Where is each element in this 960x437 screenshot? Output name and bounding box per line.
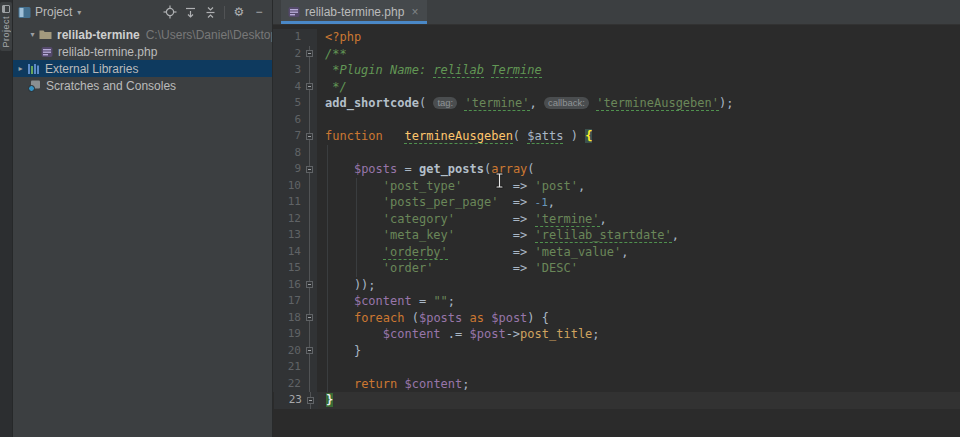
- fold-collapse-icon[interactable]: [306, 133, 313, 140]
- code-line-5[interactable]: 5add_shortcode( tag: 'termine', callback…: [273, 95, 960, 112]
- code-line-13[interactable]: 13 'meta_key' => 'relilab_startdate',: [273, 227, 960, 244]
- scratches-icon: [27, 79, 42, 92]
- fold-end-icon[interactable]: [306, 347, 313, 354]
- code-line-8[interactable]: 8: [273, 145, 960, 162]
- gutter: 4: [273, 79, 317, 96]
- code-text: return $content;: [317, 376, 960, 393]
- fold-column: [301, 29, 317, 46]
- fold-column: [301, 128, 317, 145]
- code-line-3[interactable]: 3 *Plugin Name: relilab Termine: [273, 62, 960, 79]
- code-line-2[interactable]: 2/**: [273, 46, 960, 63]
- fold-end-icon[interactable]: [307, 397, 314, 404]
- code-line-9[interactable]: 9 $posts = get_posts(array(: [273, 161, 960, 178]
- fold-end-icon[interactable]: [306, 83, 313, 90]
- fold-column: [301, 376, 317, 393]
- fold-end-icon[interactable]: [306, 281, 313, 288]
- tree-item-label: Scratches and Consoles: [46, 79, 176, 93]
- project-panel-header: Project ▾ ⚙: [13, 0, 272, 24]
- fold-collapse-icon[interactable]: [306, 314, 313, 321]
- gutter: 10: [273, 178, 317, 195]
- tree-item-relilab-termine[interactable]: ▾relilab-termineC:\Users\Daniel\Desktop\…: [13, 26, 272, 43]
- fold-column: [301, 293, 317, 310]
- fold-column: [301, 46, 317, 63]
- panel-title-caret-icon[interactable]: ▾: [77, 8, 81, 17]
- fold-column: [301, 326, 317, 343]
- code-line-7[interactable]: 7function termineAusgeben( $atts ) {: [273, 128, 960, 145]
- fold-column: [301, 178, 317, 195]
- project-tool-window-button[interactable]: Project: [0, 2, 12, 51]
- fold-column: [301, 95, 317, 112]
- line-number: 3: [273, 62, 301, 79]
- code-text: /**: [317, 46, 960, 63]
- line-number: 4: [273, 79, 301, 96]
- gutter: 1: [273, 29, 317, 46]
- folder-icon: [38, 28, 53, 41]
- gutter: 13: [273, 227, 317, 244]
- gutter: 19: [273, 326, 317, 343]
- code-line-4[interactable]: 4 */: [273, 79, 960, 96]
- code-line-16[interactable]: 16 ));: [273, 277, 960, 294]
- tree-item-label: relilab-termine.php: [58, 45, 157, 59]
- tree-item-external-libraries[interactable]: ▸External Libraries: [13, 60, 272, 77]
- chevron-right-icon[interactable]: ▸: [15, 64, 26, 73]
- code-text: 'posts_per_page' => -1,: [317, 194, 960, 211]
- php-file-icon: [288, 6, 300, 18]
- tree-item-label: relilab-termine: [57, 28, 140, 42]
- tree-item-scratches-and-consoles[interactable]: Scratches and Consoles: [13, 77, 272, 94]
- code-line-10[interactable]: 10 'post_type' => 'post',: [273, 178, 960, 195]
- editor-tab-bar: relilab-termine.php ×: [273, 0, 960, 25]
- locate-file-icon[interactable]: [162, 4, 178, 20]
- collapse-all-icon[interactable]: [202, 4, 218, 20]
- hide-panel-icon[interactable]: −: [251, 4, 267, 20]
- tab-relilab-termine-php[interactable]: relilab-termine.php ×: [281, 0, 427, 24]
- code-line-18[interactable]: 18 foreach ($posts as $post) {: [273, 310, 960, 327]
- code-text: 'post_type' => 'post',: [317, 178, 960, 195]
- code-line-11[interactable]: 11 'posts_per_page' => -1,: [273, 194, 960, 211]
- tab-close-icon[interactable]: ×: [411, 5, 418, 19]
- code-editor[interactable]: 1<?php2/**3 *Plugin Name: relilab Termin…: [273, 25, 960, 437]
- code-text: 'category' => 'termine',: [317, 211, 960, 228]
- code-line-23[interactable]: 23}: [274, 392, 960, 409]
- gutter: 14: [273, 244, 317, 261]
- indent-guide: [327, 145, 328, 392]
- line-number: 22: [273, 376, 301, 393]
- fold-column: [301, 112, 317, 129]
- code-line-17[interactable]: 17 $content = "";: [273, 293, 960, 310]
- settings-gear-icon[interactable]: ⚙: [231, 4, 247, 20]
- gutter: 21: [273, 359, 317, 376]
- code-line-20[interactable]: 20 }: [273, 343, 960, 360]
- line-number: 11: [273, 194, 301, 211]
- editor-area: relilab-termine.php × 1<?php2/**3 *Plugi…: [273, 0, 960, 437]
- expand-all-icon[interactable]: [182, 4, 198, 20]
- code-line-12[interactable]: 12 'category' => 'termine',: [273, 211, 960, 228]
- fold-column: [301, 310, 317, 327]
- library-icon: [26, 62, 41, 75]
- fold-collapse-icon[interactable]: [306, 166, 313, 173]
- code-line-1[interactable]: 1<?php: [273, 29, 960, 46]
- tree-item-label: External Libraries: [45, 62, 138, 76]
- code-line-15[interactable]: 15 'order' => 'DESC': [273, 260, 960, 277]
- line-number: 13: [273, 227, 301, 244]
- line-number: 20: [273, 343, 301, 360]
- fold-collapse-icon[interactable]: [306, 50, 313, 57]
- code-line-21[interactable]: 21: [273, 359, 960, 376]
- code-line-14[interactable]: 14 'orderby' => 'meta_value',: [273, 244, 960, 261]
- code-text: 'orderby' => 'meta_value',: [317, 244, 960, 261]
- fold-column: [302, 392, 318, 409]
- line-number: 5: [273, 95, 301, 112]
- code-text: function termineAusgeben( $atts ) {: [317, 128, 960, 145]
- line-number: 10: [273, 178, 301, 195]
- chevron-down-icon[interactable]: ▾: [27, 30, 38, 39]
- code-line-6[interactable]: 6: [273, 112, 960, 129]
- fold-column: [301, 343, 317, 360]
- fold-column: [301, 359, 317, 376]
- fold-column: [301, 62, 317, 79]
- code-text: <?php: [317, 29, 960, 46]
- code-line-19[interactable]: 19 $content .= $post->post_title;: [273, 326, 960, 343]
- line-number: 16: [273, 277, 301, 294]
- gutter: 6: [273, 112, 317, 129]
- gutter: 22: [273, 376, 317, 393]
- tree-item-relilab-termine-php[interactable]: relilab-termine.php: [13, 43, 272, 60]
- line-number: 12: [273, 211, 301, 228]
- code-line-22[interactable]: 22 return $content;: [273, 376, 960, 393]
